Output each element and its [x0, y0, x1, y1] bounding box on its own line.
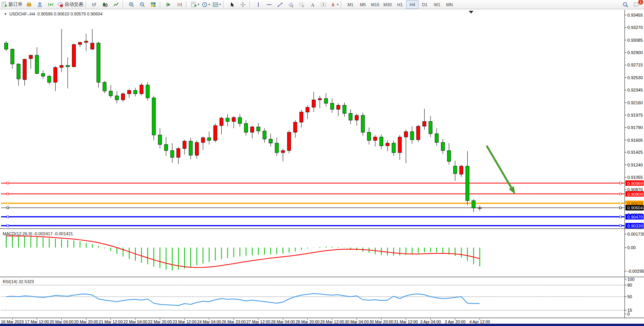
symbol-dropdown-icon[interactable]: ▼ — [4, 12, 7, 16]
chart-shift-button[interactable] — [174, 0, 185, 9]
bar-chart-button[interactable] — [89, 0, 100, 9]
candle-body — [466, 166, 469, 200]
channel-button[interactable]: E — [285, 0, 296, 9]
timeframe-button-w1[interactable]: W1 — [431, 0, 443, 9]
timeframe-button-m1[interactable]: M1 — [344, 0, 357, 9]
time-tick-label: 21 Mar 12:00 — [99, 319, 123, 324]
line-endpoint-marker[interactable] — [620, 225, 622, 227]
separator — [223, 1, 225, 8]
price-tick-label: 0.92530 — [627, 75, 643, 80]
crosshair-button[interactable] — [237, 0, 248, 9]
price-tick-label: 0.91425 — [627, 150, 643, 155]
zoom-in-button[interactable] — [126, 0, 137, 9]
chart-type-group — [89, 0, 121, 9]
fibonacci-button[interactable]: F — [296, 0, 307, 9]
rsi-name: RSI(14) — [3, 279, 17, 284]
rsi-indicator-label: RSI(14) 32.5323 — [3, 279, 34, 284]
timeframe-button-h4[interactable]: H4 — [406, 0, 419, 9]
chart-canvas[interactable]: 0.934550.932700.930850.929000.927150.925… — [0, 9, 644, 324]
candle-body — [17, 64, 20, 79]
auto-trading-button[interactable]: 自动交易 — [56, 0, 84, 9]
timeframe-button-m15[interactable]: M15 — [369, 0, 381, 9]
chart-shift-icon — [176, 2, 183, 8]
templates-button[interactable]: ▾ — [211, 0, 222, 9]
price-tick-label: 0.93455 — [627, 13, 643, 17]
price-tick-label: 0.92715 — [627, 63, 643, 67]
candle-body — [300, 112, 303, 122]
window-bottom-edge — [0, 324, 644, 326]
candle-body — [374, 137, 377, 141]
line-endpoint-marker[interactable] — [7, 182, 9, 184]
macd-signal-value: -0.001421 — [54, 231, 73, 236]
candle-body — [140, 85, 143, 94]
candle-body — [23, 59, 26, 80]
periods-button[interactable]: ▾ — [200, 0, 211, 9]
line-endpoint-marker[interactable] — [620, 202, 622, 204]
new-chart-group: ▾ ▾ ▾ — [190, 0, 222, 9]
text-icon: A — [309, 2, 316, 8]
zoom-group — [126, 0, 159, 9]
template-icon — [212, 2, 219, 8]
candle-body — [429, 122, 432, 134]
notifications-button[interactable]: 1 — [631, 0, 642, 9]
macd-axis-label: 0.001739 — [627, 232, 644, 236]
line-endpoint-marker[interactable] — [620, 182, 622, 184]
new-chart-icon — [191, 2, 197, 8]
line-endpoint-marker[interactable] — [620, 207, 622, 209]
objects-group: E F A T ▾ — [253, 0, 340, 9]
line-endpoint-marker[interactable] — [620, 193, 622, 195]
line-chart-button[interactable] — [111, 0, 121, 9]
line-endpoint-marker[interactable] — [7, 202, 9, 204]
candle-body — [441, 143, 444, 151]
auto-scroll-button[interactable] — [163, 0, 174, 9]
candle-body — [177, 149, 180, 158]
new-order-icon — [1, 2, 7, 8]
candle-body — [379, 137, 383, 146]
timeframe-button-m30[interactable]: M30 — [381, 0, 394, 9]
time-axis[interactable]: 16 Mar 202317 Mar 12:0020 Mar 04:0020 Ma… — [1, 318, 490, 324]
candle-body — [121, 94, 125, 100]
candlestick-chart-button[interactable] — [100, 0, 111, 9]
horizontal-line-button[interactable] — [264, 0, 275, 9]
candle-body — [287, 132, 291, 151]
candle-body — [207, 138, 211, 141]
new-order-button[interactable]: 新订单 — [0, 0, 24, 9]
arrows-button[interactable]: ▾ — [329, 0, 340, 9]
candle-body — [410, 132, 414, 140]
candle-body — [183, 141, 186, 148]
trendline-button[interactable] — [275, 0, 285, 9]
text-label-button[interactable]: T — [318, 0, 329, 9]
line-endpoint-marker[interactable] — [620, 216, 622, 218]
notification-badge: 1 — [638, 0, 644, 5]
zoom-out-button[interactable] — [137, 0, 148, 9]
line-endpoint-marker[interactable] — [7, 193, 9, 195]
search-button[interactable] — [620, 0, 631, 9]
timeframe-button-d1[interactable]: D1 — [419, 0, 431, 9]
price-tick-label: 0.93085 — [627, 38, 643, 42]
market-watch-button[interactable] — [24, 0, 34, 9]
candle-body — [281, 151, 285, 153]
line-endpoint-marker[interactable] — [7, 225, 9, 227]
time-tick-label: 20 Mar 20:00 — [74, 319, 98, 324]
candle-body — [220, 118, 223, 126]
vertical-line-button[interactable] — [253, 0, 264, 9]
candle-body — [66, 65, 70, 67]
line-endpoint-marker[interactable] — [7, 216, 9, 218]
candle-body — [244, 124, 248, 132]
price-tick-label: 0.91240 — [627, 163, 643, 167]
tile-windows-button[interactable] — [148, 0, 159, 9]
candle-body — [91, 43, 94, 49]
timeframe-button-m5[interactable]: M5 — [357, 0, 369, 9]
cursor-button[interactable] — [227, 0, 237, 9]
candle-body — [146, 85, 149, 98]
auto-scroll-icon — [166, 2, 172, 8]
signals-button[interactable] — [45, 0, 56, 9]
timeframe-button-mn[interactable]: MN — [443, 0, 456, 9]
timeframe-button-h1[interactable]: H1 — [394, 0, 406, 9]
svg-text:A: A — [311, 2, 314, 7]
community-button[interactable] — [34, 0, 45, 9]
line-endpoint-marker[interactable] — [7, 207, 9, 209]
new-chart-button[interactable]: ▾ — [190, 0, 200, 9]
chart-ohlc-values: 0.90596 0.90610 0.90579 0.90604 — [38, 12, 102, 16]
text-button[interactable]: A — [307, 0, 318, 9]
